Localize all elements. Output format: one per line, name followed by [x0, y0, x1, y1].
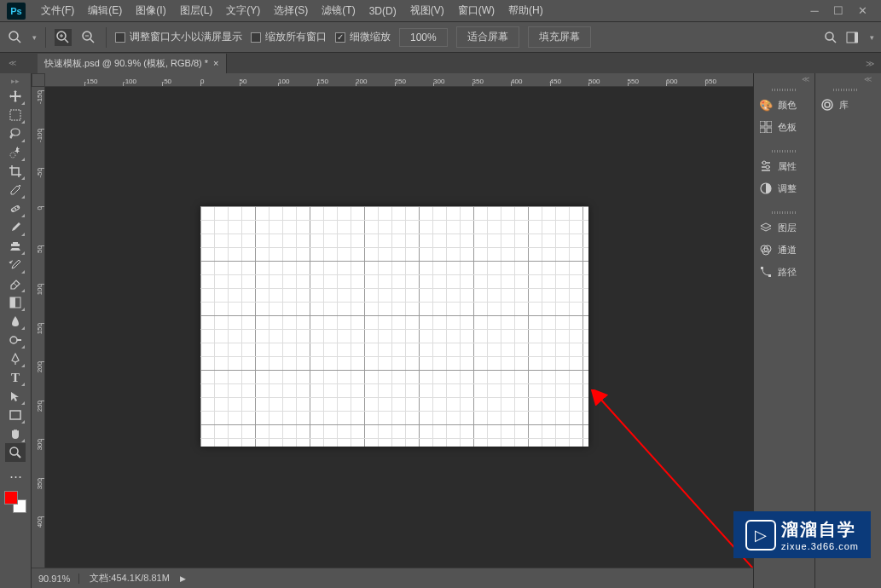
app-logo: Ps — [7, 3, 26, 20]
properties-icon — [759, 159, 773, 173]
menu-view[interactable]: 视图(V) — [403, 0, 451, 21]
svg-point-9 — [826, 32, 833, 40]
panel-grip[interactable] — [754, 147, 814, 155]
panel-properties[interactable]: 属性 — [754, 155, 814, 177]
svg-point-14 — [10, 153, 15, 158]
marquee-tool[interactable] — [5, 106, 26, 124]
menu-3d[interactable]: 3D(D) — [362, 2, 403, 20]
type-tool[interactable]: T — [5, 368, 26, 387]
menu-type[interactable]: 文字(Y) — [219, 0, 267, 21]
menu-file[interactable]: 文件(F) — [34, 0, 81, 21]
ruler-vertical[interactable]: -150-100-50050100150200250300350400 — [32, 87, 45, 568]
foreground-color-swatch[interactable] — [4, 491, 18, 504]
blur-tool[interactable] — [5, 312, 26, 331]
svg-point-17 — [14, 208, 16, 210]
menu-edit[interactable]: 编辑(E) — [81, 0, 129, 21]
toolbar-chevron[interactable]: ▸▸ — [11, 77, 20, 87]
zoom-all-label: 缩放所有窗口 — [265, 30, 327, 44]
cc-libraries-icon — [820, 98, 834, 112]
resize-windows-checkbox[interactable]: 调整窗口大小以满屏显示 — [115, 30, 242, 44]
panel-libraries[interactable]: 库 — [815, 94, 877, 116]
fill-screen-button[interactable]: 填充屏幕 — [528, 26, 591, 48]
fit-screen-button[interactable]: 适合屏幕 — [456, 26, 519, 48]
menu-layer[interactable]: 图层(L) — [173, 0, 220, 21]
svg-line-3 — [65, 39, 68, 43]
crop-tool[interactable] — [5, 162, 26, 181]
ruler-horizontal[interactable]: -150-100-5005010015020025030035040045050… — [45, 73, 753, 87]
zoom-in-icon[interactable] — [55, 29, 72, 46]
eyedropper-tool[interactable] — [5, 181, 26, 199]
menu-select[interactable]: 选择(S) — [267, 0, 315, 21]
svg-rect-12 — [855, 32, 858, 43]
status-doc-info[interactable]: 文档:454.1K/8.81M — [90, 572, 170, 585]
panel-grip[interactable] — [815, 85, 877, 94]
document-tab-title: 快速模板.psd @ 90.9% (模板, RGB/8) * — [44, 57, 208, 70]
panel-grip[interactable] — [754, 85, 814, 94]
workspace-switcher-icon[interactable] — [846, 29, 863, 46]
hand-tool[interactable] — [5, 424, 26, 443]
ruler-origin[interactable] — [32, 73, 45, 87]
svg-line-7 — [90, 39, 94, 43]
color-swatches[interactable] — [4, 491, 26, 513]
window-minimize-button[interactable]: ─ — [803, 3, 826, 20]
tool-preset-icon[interactable] — [7, 29, 24, 46]
panel-adjustments[interactable]: 调整 — [754, 177, 814, 199]
status-zoom-level[interactable]: 90.91% — [38, 574, 79, 584]
eraser-tool[interactable] — [5, 274, 26, 293]
svg-point-16 — [12, 210, 14, 211]
canvas-viewport[interactable] — [45, 87, 753, 568]
svg-point-22 — [10, 337, 17, 343]
annotation-arrow — [583, 389, 753, 568]
path-selection-tool[interactable] — [5, 387, 26, 406]
svg-rect-28 — [760, 121, 765, 126]
panel-paths[interactable]: 路径 — [754, 261, 814, 283]
history-brush-tool[interactable] — [5, 256, 26, 274]
menu-help[interactable]: 帮助(H) — [501, 0, 550, 21]
channels-icon — [759, 243, 773, 257]
tab-chevron-right[interactable]: ≫ — [866, 59, 874, 68]
clone-stamp-tool[interactable] — [5, 237, 26, 256]
svg-rect-21 — [10, 297, 15, 308]
search-icon[interactable] — [822, 29, 839, 46]
svg-point-35 — [766, 165, 769, 169]
document-tab[interactable]: 快速模板.psd @ 90.9% (模板, RGB/8) * × — [38, 54, 227, 73]
zoom-all-checkbox[interactable]: 缩放所有窗口 — [251, 30, 327, 44]
lasso-tool[interactable] — [5, 124, 26, 143]
resize-windows-label: 调整窗口大小以满屏显示 — [130, 30, 242, 44]
document-canvas[interactable] — [200, 206, 588, 447]
svg-line-1 — [17, 39, 20, 43]
menu-window[interactable]: 窗口(W) — [451, 0, 501, 21]
zoom-tool[interactable] — [5, 443, 26, 462]
spot-healing-tool[interactable] — [5, 199, 26, 218]
edit-toolbar-button[interactable]: ⋯ — [5, 467, 26, 486]
menu-image[interactable]: 图像(I) — [129, 0, 172, 21]
quick-selection-tool[interactable] — [5, 143, 26, 162]
window-maximize-button[interactable]: ☐ — [826, 3, 850, 20]
document-tab-close-icon[interactable]: × — [213, 58, 218, 68]
adjustments-icon — [759, 182, 773, 195]
zoom-100-button[interactable]: 100% — [399, 28, 448, 47]
svg-line-27 — [600, 398, 753, 568]
brush-tool[interactable] — [5, 218, 26, 237]
scrubby-zoom-checkbox[interactable]: 细微缩放 — [335, 30, 391, 44]
panel-channels[interactable]: 通道 — [754, 239, 814, 261]
svg-point-18 — [17, 206, 19, 208]
move-tool[interactable] — [5, 87, 26, 106]
dodge-tool[interactable] — [5, 331, 26, 349]
rectangle-tool[interactable] — [5, 406, 26, 424]
panel-color[interactable]: 🎨 颜色 — [754, 94, 814, 116]
menu-filter[interactable]: 滤镜(T) — [315, 0, 362, 21]
panel-layers[interactable]: 图层 — [754, 216, 814, 239]
svg-point-0 — [9, 32, 18, 40]
tab-chevron-left[interactable]: ≪ — [9, 59, 16, 67]
zoom-out-icon[interactable] — [80, 29, 97, 46]
panel-collapse-chevron[interactable]: ≪ — [754, 73, 814, 85]
window-close-button[interactable]: ✕ — [850, 3, 874, 20]
panel-grip[interactable] — [754, 208, 814, 216]
gradient-tool[interactable] — [5, 293, 26, 312]
panel-collapse-chevron[interactable]: ≪ — [815, 73, 877, 85]
svg-rect-31 — [767, 128, 772, 133]
panel-swatches[interactable]: 色板 — [754, 116, 814, 138]
pen-tool[interactable] — [5, 349, 26, 368]
status-info-chevron[interactable]: ▶ — [180, 574, 186, 583]
